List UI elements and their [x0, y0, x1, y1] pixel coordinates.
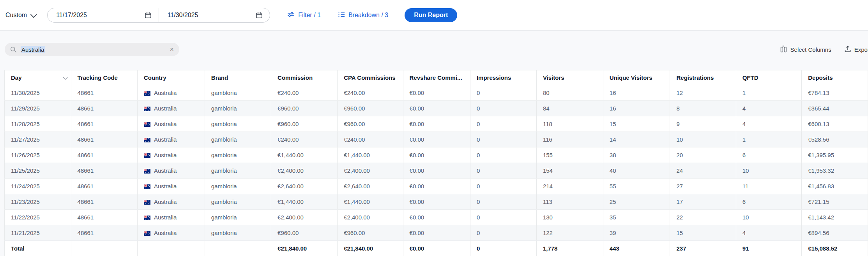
column-header-unique-visitors[interactable]: Unique Visitors — [603, 70, 670, 85]
column-header-deposits[interactable]: Deposits — [802, 70, 868, 85]
table-cell: gambloria — [205, 116, 271, 132]
table-cell: 48661 — [71, 179, 137, 194]
table-cell: 20 — [670, 147, 736, 163]
calendar-icon[interactable] — [145, 12, 152, 19]
column-header-commission[interactable]: Commission — [271, 70, 338, 85]
table-cell: 16 — [603, 101, 670, 116]
table-cell — [205, 241, 271, 256]
table-cell: 35 — [603, 210, 670, 225]
table-cell: 48661 — [71, 210, 137, 225]
table-cell: 48661 — [71, 85, 137, 101]
table-cell: €0.00 — [403, 85, 470, 101]
table-cell: €2,640.00 — [338, 179, 403, 194]
table-cell: €600.13 — [802, 116, 868, 132]
chevron-down-icon — [30, 11, 37, 18]
table-cell: 8 — [670, 101, 736, 116]
table-cell: €0.00 — [403, 147, 470, 163]
table-row: 11/24/202548661Australiagambloria€2,640.… — [5, 179, 868, 194]
run-report-button[interactable]: Run Report — [405, 8, 457, 22]
table-cell: €960.00 — [338, 116, 403, 132]
table-cell: 10 — [736, 210, 802, 225]
table-cell: €240.00 — [271, 132, 338, 147]
table-cell: gambloria — [205, 179, 271, 194]
search-input[interactable]: Australia × — [5, 43, 179, 56]
table-cell — [71, 241, 137, 256]
table-cell: gambloria — [205, 163, 271, 179]
table-cell: 237 — [670, 241, 736, 256]
table-cell: 0 — [470, 241, 536, 256]
australia-flag-icon — [144, 153, 150, 158]
date-range-preset-dropdown[interactable]: Custom — [5, 12, 35, 19]
table-cell: 9 — [670, 116, 736, 132]
table-cell: 11/29/2025 — [5, 101, 71, 116]
export-button[interactable]: Export — [845, 46, 868, 54]
column-header-visitors[interactable]: Visitors — [536, 70, 603, 85]
table-cell: 214 — [536, 179, 603, 194]
column-header-country[interactable]: Country — [138, 70, 205, 85]
sort-chevron-icon[interactable] — [63, 75, 68, 80]
table-cell: Australia — [138, 179, 205, 194]
table-cell: gambloria — [205, 132, 271, 147]
table-row: 11/23/202548661Australiagambloria€1,440.… — [5, 194, 868, 210]
table-cell: €21,840.00 — [271, 241, 338, 256]
table-cell: 14 — [603, 132, 670, 147]
table-cell: Australia — [138, 116, 205, 132]
table-cell: 15 — [670, 225, 736, 241]
table-cell: 0 — [470, 179, 536, 194]
column-header-brand[interactable]: Brand — [205, 70, 271, 85]
table-cell: 48661 — [71, 194, 137, 210]
table-cell: 11/21/2025 — [5, 225, 71, 241]
table-cell: €528.56 — [802, 132, 868, 147]
table-cell: 16 — [603, 85, 670, 101]
calendar-icon[interactable] — [256, 12, 263, 19]
column-header-registrations[interactable]: Registrations — [670, 70, 736, 85]
table-cell: 38 — [603, 147, 670, 163]
australia-flag-icon — [144, 231, 150, 236]
table-cell: 48661 — [71, 132, 137, 147]
date-from-field[interactable]: 11/17/2025 — [48, 8, 159, 22]
search-icon — [10, 46, 17, 53]
australia-flag-icon — [144, 107, 150, 111]
table-cell: €0.00 — [403, 179, 470, 194]
table-cell: 0 — [470, 132, 536, 147]
select-columns-button[interactable]: Select Columns — [780, 46, 831, 54]
table-cell: 113 — [536, 194, 603, 210]
table-cell: 122 — [536, 225, 603, 241]
table-cell: 11/25/2025 — [5, 163, 71, 179]
column-header-cpa-commissions[interactable]: CPA Commissions — [338, 70, 403, 85]
report-table-container: DayTracking CodeCountryBrandCommissionCP… — [4, 70, 868, 256]
table-cell: 11/24/2025 — [5, 179, 71, 194]
table-cell: gambloria — [205, 147, 271, 163]
table-cell: 4 — [736, 101, 802, 116]
table-cell: 10 — [670, 132, 736, 147]
filter-button[interactable]: Filter / 1 — [287, 11, 321, 19]
table-cell: €240.00 — [271, 85, 338, 101]
table-cell: 48661 — [71, 147, 137, 163]
table-cell: Australia — [138, 132, 205, 147]
breakdown-button[interactable]: Breakdown / 3 — [338, 11, 388, 19]
table-cell: €240.00 — [338, 85, 403, 101]
column-header-tracking-code[interactable]: Tracking Code — [71, 70, 137, 85]
table-cell: 155 — [536, 147, 603, 163]
table-cell: 27 — [670, 179, 736, 194]
column-header-day[interactable]: Day — [5, 70, 71, 85]
table-cell: gambloria — [205, 194, 271, 210]
date-to-field[interactable]: 11/30/2025 — [159, 8, 270, 22]
australia-flag-icon — [144, 91, 150, 96]
date-range-picker: 11/17/2025 11/30/2025 — [47, 8, 270, 23]
table-cell: €1,440.00 — [271, 194, 338, 210]
table-cell: 0 — [470, 101, 536, 116]
table-cell: Australia — [138, 225, 205, 241]
table-cell: €960.00 — [271, 116, 338, 132]
table-cell: Australia — [138, 163, 205, 179]
column-header-revshare-commi[interactable]: Revshare Commi... — [403, 70, 470, 85]
table-cell: €1,440.00 — [338, 194, 403, 210]
table-cell: 4 — [736, 225, 802, 241]
table-cell: €1,953.32 — [802, 163, 868, 179]
column-header-qftd[interactable]: QFTD — [736, 70, 802, 85]
table-cell: 10 — [736, 163, 802, 179]
table-actions: Select Columns Export — [780, 43, 868, 56]
table-cell: 84 — [536, 101, 603, 116]
clear-x-icon[interactable]: × — [170, 46, 174, 53]
column-header-impressions[interactable]: Impressions — [470, 70, 536, 85]
